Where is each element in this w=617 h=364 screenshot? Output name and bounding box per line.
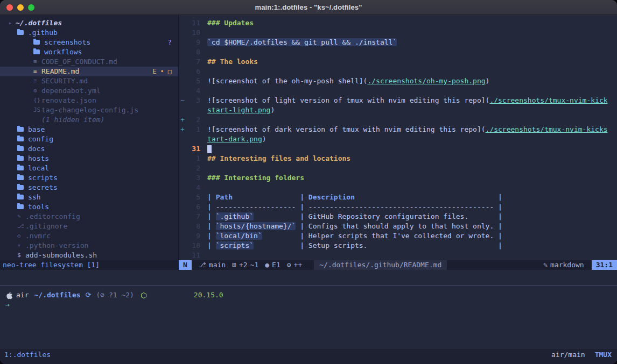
tree-item[interactable]: ◇ .nvmrc	[0, 231, 178, 241]
git-sign	[179, 57, 186, 67]
pencil-icon: ✎	[543, 260, 548, 270]
editor-line[interactable]: 11 ### Updates	[179, 18, 617, 28]
editor-line[interactable]: ~ 3 ![screenshot of light version of tmu…	[179, 96, 617, 105]
editor-line[interactable]: 7 | `.github` | GitHub Repository config…	[179, 212, 617, 222]
lsp-segment: ⚙ ++	[287, 260, 302, 270]
md-file-icon: ≡	[33, 57, 41, 67]
cfg-file-icon: ✎	[17, 212, 25, 222]
badges: ?	[168, 38, 178, 47]
yml-file-icon: ⚙	[33, 86, 41, 96]
file-name: ssh	[28, 192, 40, 202]
editor-line[interactable]: 4	[179, 183, 617, 192]
line-content: ### Updates	[207, 18, 254, 28]
editor-line[interactable]: 10	[179, 28, 617, 38]
text-segment: |	[254, 212, 308, 220]
line-number: 10	[186, 241, 200, 251]
tree-item[interactable]: $ add-submodules.sh	[0, 251, 178, 260]
file-name: ~/.dotfiles	[16, 18, 62, 28]
editor-line[interactable]: 2	[179, 163, 617, 173]
expander-icon: ▸	[9, 18, 16, 28]
editor-line[interactable]: 5 | Path | Description |	[179, 192, 617, 202]
editor-line[interactable]: 1 ## Interesting files and locations	[179, 154, 617, 163]
editor-line[interactable]: 8	[179, 47, 617, 57]
editor-line[interactable]: 3 ### Interesting folders	[179, 173, 617, 183]
text-segment: Setup scripts. |	[308, 241, 502, 249]
file-name: hosts	[28, 154, 49, 163]
git-sign: +	[179, 125, 186, 134]
tree-item[interactable]: workflows	[0, 47, 178, 57]
line-number: 11	[186, 18, 200, 28]
text-segment: ![screenshot of light version of tmux wi…	[207, 96, 489, 104]
text-segment: )	[270, 106, 275, 114]
editor-line[interactable]: 5 ![screenshot of the oh-my-posh shell](…	[179, 76, 617, 86]
tree-item[interactable]: ∗ .python-version	[0, 241, 178, 251]
tree-item[interactable]: tools	[0, 202, 178, 212]
file-name: scripts	[28, 173, 58, 183]
tree-item[interactable]: ≡ SECURITY.md	[0, 76, 178, 86]
tree-item[interactable]: {} renovate.json	[0, 96, 178, 105]
file-tree: ▸ ~/.dotfiles .github screenshots ? work…	[0, 15, 178, 260]
text-segment: | ------------------- | ----------------…	[207, 203, 502, 211]
nvim-pane: ▸ ~/.dotfiles .github screenshots ? work…	[0, 15, 617, 260]
tree-item[interactable]: docs	[0, 144, 178, 154]
tree-item[interactable]: .github	[0, 28, 178, 38]
tree-item[interactable]: screenshots ?	[0, 38, 178, 47]
editor-line[interactable]: 10 | `scripts` | Setup scripts. |	[179, 241, 617, 251]
editor-line[interactable]: + 1 ![screenshot of dark version of tmux…	[179, 125, 617, 134]
editor-line[interactable]: 9 | `local/bin` | Helper scripts that I'…	[179, 231, 617, 241]
git-sign: +	[179, 115, 186, 125]
text-segment: GitHub Repository configuration files. |	[308, 212, 502, 220]
line-number: 3	[186, 173, 200, 183]
diagnostic-icon: ●	[265, 260, 269, 270]
tree-item[interactable]: (1 hidden item)	[0, 115, 178, 125]
tree-item[interactable]: ⚙ dependabot.yml	[0, 86, 178, 96]
editor-line[interactable]: 9 `cd $HOME/.dotfiles && git pull && ./i…	[179, 38, 617, 47]
editor-line[interactable]: 6	[179, 67, 617, 76]
zoom-window-button[interactable]	[28, 4, 34, 11]
tree-item[interactable]: JS tag-changelog-config.js	[0, 105, 178, 115]
editor-line[interactable]: 8 | `hosts/{hostname}/` | Configs that s…	[179, 222, 617, 231]
tree-item[interactable]: ▸ ~/.dotfiles	[0, 18, 178, 28]
line-number: 2	[186, 115, 200, 125]
shell-prompt: air ~/.dotfiles ⟳ (⊘ ?1 ~2) 20.15.0	[5, 290, 612, 300]
tree-item[interactable]: local	[0, 163, 178, 173]
tree-item[interactable]: ≡ README.md E•□	[0, 67, 178, 76]
close-window-button[interactable]	[6, 4, 13, 11]
tree-item[interactable]: ✎ .editorconfig	[0, 212, 178, 222]
editor-line[interactable]: 11	[179, 251, 617, 260]
editor-line[interactable]: 7 ## The looks	[179, 57, 617, 67]
tree-item[interactable]: hosts	[0, 154, 178, 163]
editor-line[interactable]: tart-dark.png)	[179, 134, 617, 144]
tree-item[interactable]: scripts	[0, 173, 178, 183]
text-segment: ### Updates	[207, 19, 254, 27]
git-sync-icon: ⟳	[86, 290, 92, 300]
minimize-window-button[interactable]	[17, 4, 24, 11]
editor-buffer: 11 ### Updates 10 9 `cd $HOME/.dotfiles …	[179, 15, 617, 260]
editor-pane[interactable]: 11 ### Updates 10 9 `cd $HOME/.dotfiles …	[179, 15, 617, 260]
tree-item[interactable]: secrets	[0, 183, 178, 192]
tree-item[interactable]: ⎇ .gitignore	[0, 222, 178, 231]
prompt-host: air	[16, 290, 29, 300]
tree-item[interactable]: ≡ CODE_OF_CONDUCT.md	[0, 57, 178, 67]
text-segment: ## The looks	[207, 58, 258, 66]
prompt-arrow[interactable]: →	[5, 300, 612, 310]
tree-item[interactable]: base	[0, 125, 178, 134]
editor-line[interactable]: 31	[179, 144, 617, 154]
editor-line[interactable]: 6 | ------------------- | --------------…	[179, 202, 617, 212]
folder-icon	[17, 137, 24, 141]
tmux-window-tab[interactable]: 1:.dotfiles	[4, 350, 51, 360]
editor-line[interactable]: + 2	[179, 115, 617, 125]
node-icon	[141, 273, 191, 318]
editor-line[interactable]: 4	[179, 86, 617, 96]
line-number: 5	[186, 192, 200, 202]
filename-segment: ~/.dotfiles/.github/README.md	[314, 260, 447, 270]
tree-item[interactable]: config	[0, 134, 178, 144]
file-name: .gitignore	[25, 222, 67, 231]
shell-pane[interactable]: air ~/.dotfiles ⟳ (⊘ ?1 ~2) 20.15.0 →	[0, 286, 617, 349]
tree-item[interactable]: ssh	[0, 192, 178, 202]
line-number: 4	[186, 86, 200, 96]
editor-line[interactable]: start-light.png)	[179, 105, 617, 115]
file-name: CODE_OF_CONDUCT.md	[41, 57, 117, 67]
folder-icon	[33, 49, 40, 54]
text-segment: Helper scripts that I've collected or wr…	[308, 232, 502, 240]
